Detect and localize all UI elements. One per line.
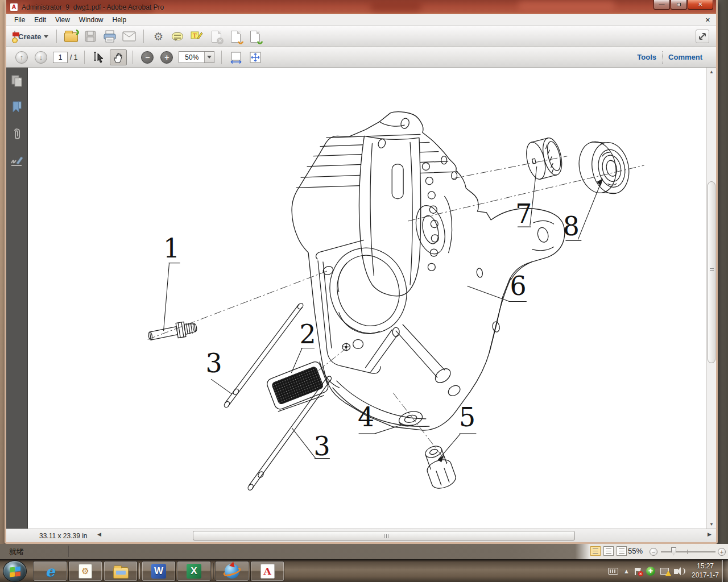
scroll-right-button[interactable]: ▶ [708,531,712,537]
scroll-up-button[interactable]: ▲ [707,68,716,76]
save-file-button[interactable] [82,28,99,44]
action-center-flag-icon[interactable]: ✕ [635,568,641,575]
zoom-level-select[interactable]: 50% [179,51,214,63]
excel-status-bar: 就绪 55% − + [0,544,728,559]
menu-edit[interactable]: Edit [30,15,51,25]
desktop: A Administrator_9_dwg1.pdf - Adobe Acrob… [0,0,728,582]
taskbar-clock[interactable]: 15:27 2017-1-7 [692,562,719,580]
page-save-as-icon [250,31,260,43]
internet-explorer-icon: e [46,564,55,578]
excel-zoom-slider[interactable] [661,551,715,552]
email-button[interactable] [121,28,138,44]
comment-panel-button[interactable]: Comment [668,53,702,61]
print-button[interactable] [101,28,118,44]
page-number-input[interactable]: 1 [53,52,68,63]
up-arrow-icon: ↑ [15,51,28,64]
taskbar-excel[interactable]: X [177,561,211,581]
pdf-page[interactable]: .k { stroke:#1f1f1f; fill:none; stroke-w… [28,68,706,529]
document-content-area: .k { stroke:#1f1f1f; fill:none; stroke-w… [6,68,716,529]
preferences-button[interactable]: ⚙ [150,28,167,44]
excel-zoom-slider-thumb[interactable] [671,547,676,555]
next-page-button[interactable]: ↓ [32,49,49,65]
zoom-out-button[interactable]: − [139,49,156,65]
taskbar-word[interactable]: W [142,561,176,581]
sticky-note-button[interactable] [169,28,186,44]
volume-icon[interactable] [674,569,678,574]
zoom-in-button[interactable]: + [158,49,175,65]
show-desktop-button[interactable] [722,560,728,582]
excel-icon: X [187,564,201,579]
horizontal-scrollbar[interactable] [109,530,701,541]
tools-panel-button[interactable]: Tools [637,53,656,61]
status-separator [68,546,69,557]
taskbar-divider [139,563,140,579]
taskbar-globe-browser[interactable] [215,561,249,581]
zoom-dropdown-button[interactable] [204,52,214,63]
highlight-text-button[interactable]: T [188,28,205,44]
security-shield-icon[interactable]: ✚ [646,567,655,576]
taskbar-acrobat[interactable]: A [250,561,284,581]
select-cursor-icon [93,51,105,64]
menu-help[interactable]: Help [108,15,131,25]
menu-view[interactable]: View [51,15,75,25]
folder-icon [113,567,129,579]
fit-width-icon [230,51,242,64]
keyboard-ime-icon[interactable] [608,568,618,575]
bookmarks-icon[interactable] [11,101,23,114]
minimize-button[interactable]: — [653,0,670,10]
excel-view-buttons [590,546,627,556]
down-arrow-icon: ↓ [35,51,47,64]
titlebar-glass-blob [518,1,615,11]
main-toolbar: Create [6,26,716,47]
part-bush [523,136,565,181]
fit-page-button[interactable] [247,49,264,65]
horizontal-scroll-thumb[interactable] [193,531,575,541]
page-thumbnails-icon[interactable] [11,74,23,88]
scroll-down-button[interactable]: ▼ [707,520,716,529]
page-break-view-button[interactable] [617,546,627,556]
close-button[interactable]: ✕ [688,0,713,10]
create-button[interactable]: Create [11,30,52,43]
start-button[interactable] [3,560,27,582]
taskbar-cad-config-app[interactable]: ⚙ [68,561,102,581]
gear-icon: ⚙ [154,30,163,43]
vertical-scrollbar[interactable]: ▲ ▼ [706,68,716,529]
menu-window[interactable]: Window [75,15,108,25]
signatures-icon[interactable] [10,154,24,167]
menu-file[interactable]: File [10,15,30,25]
excel-zoom-out-button[interactable]: − [650,548,657,556]
warning-triangle-icon [665,571,671,576]
page-layout-view-button[interactable] [603,546,614,556]
clock-time: 15:27 [692,562,719,571]
attachments-paperclip-icon[interactable] [11,127,23,142]
part-drain-plug [420,443,458,492]
page-break-icon [619,548,624,554]
title-bar[interactable]: A Administrator_9_dwg1.pdf - Adobe Acrob… [6,0,716,14]
restore-button[interactable] [671,0,687,10]
plus-icon: + [160,51,173,64]
fit-width-button[interactable] [228,49,245,65]
vertical-scroll-thumb[interactable] [708,181,715,363]
normal-view-button[interactable] [590,546,601,556]
scroll-left-button[interactable]: ◀ [97,531,101,537]
taskbar-internet-explorer[interactable]: e [33,561,67,581]
network-status-icon[interactable] [660,568,669,575]
previous-page-button[interactable]: ↑ [13,49,30,65]
delete-pages-button[interactable]: ✕ [208,28,225,44]
select-tool-button[interactable] [90,49,107,65]
hand-tool-button[interactable] [110,49,127,65]
export-page-button[interactable] [227,28,244,44]
excel-zoom-value: 55% [628,547,643,555]
thumb-grip [384,534,388,538]
excel-zoom-in-button[interactable]: + [718,548,726,556]
taskbar-file-explorer[interactable] [104,561,138,581]
hidden-icons-button[interactable]: ▲ [623,568,630,575]
open-file-button[interactable] [63,28,80,44]
customize-toolbar-button[interactable] [696,30,709,43]
exploded-diagram: .k { stroke:#1f1f1f; fill:none; stroke-w… [28,68,706,529]
save-as-other-button[interactable] [246,28,263,44]
toolbar-separator [56,30,57,43]
word-icon: W [151,564,166,579]
close-document-icon[interactable]: ✕ [705,16,710,24]
svg-text:T: T [193,32,197,39]
